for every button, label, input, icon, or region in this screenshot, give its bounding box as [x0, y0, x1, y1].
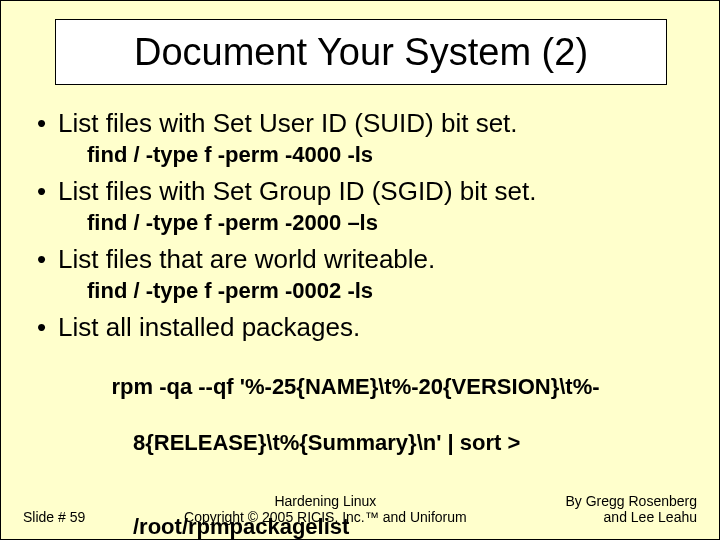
command-line: rpm -qa --qf '%-25{NAME}\t%-20{VERSION}\…: [111, 374, 599, 399]
bullet-dot-icon: •: [37, 243, 46, 275]
footer-title: Hardening Linux: [85, 493, 565, 509]
bullet-text: List all installed packages.: [58, 311, 360, 343]
author-line: and Lee Leahu: [565, 509, 697, 525]
author-line: By Gregg Rosenberg: [565, 493, 697, 509]
footer-copyright: Copyright © 2005 RICIS, Inc.™ and Unifor…: [85, 509, 565, 525]
content-area: • List files with Set User ID (SUID) bit…: [31, 101, 689, 540]
bullet-item: • List files with Set Group ID (SGID) bi…: [31, 175, 689, 207]
bullet-item: • List all installed packages.: [31, 311, 689, 343]
command-line: 8{RELEASE}\t%{Summary}\n' | sort >: [87, 429, 689, 457]
bullet-dot-icon: •: [37, 107, 46, 139]
bullet-item: • List files with Set User ID (SUID) bit…: [31, 107, 689, 139]
command-text: find / -type f -perm -2000 –ls: [87, 209, 689, 237]
bullet-dot-icon: •: [37, 311, 46, 343]
command-text: find / -type f -perm -0002 -ls: [87, 277, 689, 305]
bullet-text: List files with Set User ID (SUID) bit s…: [58, 107, 517, 139]
command-text: find / -type f -perm -4000 -ls: [87, 141, 689, 169]
bullet-text: List files with Set Group ID (SGID) bit …: [58, 175, 536, 207]
footer-author: By Gregg Rosenberg and Lee Leahu: [565, 493, 697, 525]
bullet-dot-icon: •: [37, 175, 46, 207]
page-title: Document Your System (2): [134, 31, 588, 74]
bullet-item: • List files that are world writeable.: [31, 243, 689, 275]
footer-center: Hardening Linux Copyright © 2005 RICIS, …: [85, 493, 565, 525]
slide-number: Slide # 59: [23, 509, 85, 525]
footer: Slide # 59 Hardening Linux Copyright © 2…: [23, 493, 697, 525]
bullet-text: List files that are world writeable.: [58, 243, 435, 275]
title-box: Document Your System (2): [55, 19, 667, 85]
